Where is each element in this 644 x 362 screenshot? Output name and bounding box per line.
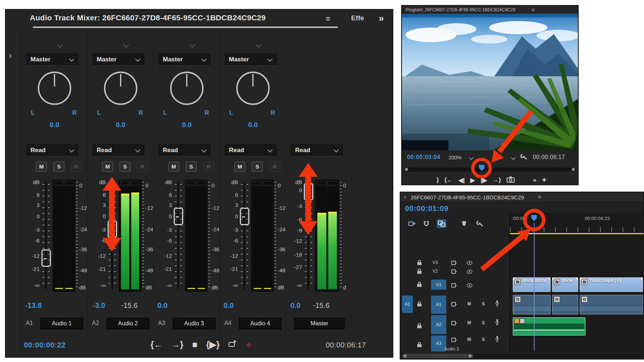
nested-sequence-icon[interactable]	[451, 282, 457, 289]
scrollbar-thumb[interactable]	[402, 354, 473, 358]
resolution-chevron-icon[interactable]	[511, 155, 516, 160]
panel-menu-icon[interactable]: ≡	[538, 194, 541, 200]
automation-mode-dropdown[interactable]: Read	[27, 144, 78, 156]
loop-button[interactable]	[228, 340, 237, 349]
nested-sequence-icon[interactable]	[451, 260, 457, 267]
collapse-pane-chevron-icon[interactable]	[255, 42, 262, 48]
volume-fader-track[interactable]	[109, 182, 116, 289]
record-arm-button[interactable]: R	[137, 162, 148, 172]
clip-video[interactable]: fx Tikal1.mp4 [V]	[580, 277, 643, 292]
nested-sequence-icon[interactable]	[451, 337, 457, 343]
collapse-pane-chevron-icon[interactable]	[123, 42, 129, 48]
timeline-settings-wrench-icon[interactable]	[475, 219, 485, 228]
record-button[interactable]: ●	[246, 339, 252, 350]
mute-button[interactable]: M	[234, 162, 245, 172]
scrollbar-right-handle[interactable]	[468, 354, 472, 358]
goto-out-button[interactable]: →}	[171, 339, 183, 350]
play-button[interactable]: ▶	[470, 176, 475, 184]
play-in-to-out-button[interactable]: {▶}	[206, 339, 220, 350]
mute-button[interactable]: M	[36, 162, 47, 172]
track-v1-select[interactable]: V1	[431, 280, 446, 290]
track-name-box[interactable]: Audio 1	[40, 318, 83, 329]
track-v2-label[interactable]: V2	[432, 269, 438, 274]
track-name-box[interactable]: Master	[294, 318, 345, 329]
nest-sequences-icon[interactable]	[407, 219, 416, 228]
collapse-pane-chevron-icon[interactable]	[189, 42, 196, 48]
mixer-panel-title[interactable]: Audio Track Mixer: 26FC6607-27D8-4F65-95…	[30, 13, 266, 22]
clip-audio[interactable]: fx	[580, 295, 643, 314]
toggle-track-output-eye-icon[interactable]	[467, 269, 472, 275]
collapse-pane-chevron-icon[interactable]	[57, 42, 63, 48]
lock-icon[interactable]	[417, 342, 422, 349]
pan-value[interactable]: 0.0	[88, 121, 154, 129]
volume-value[interactable]: 0.0	[290, 301, 301, 310]
clip-video[interactable]: fx dock	[552, 277, 578, 292]
clip-audio-music[interactable]	[513, 317, 585, 335]
export-frame-button[interactable]	[507, 176, 515, 184]
mute-button[interactable]: M	[102, 162, 113, 172]
scrollbar-left-handle[interactable]	[403, 354, 407, 358]
goto-in-button[interactable]: {←	[444, 176, 453, 184]
nested-sequence-icon[interactable]	[451, 301, 457, 308]
voiceover-mic-icon[interactable]	[495, 335, 499, 343]
solo-button[interactable]: S	[252, 162, 263, 172]
playhead-timecode[interactable]: 00:00:01:09	[405, 204, 448, 213]
output-assignment-dropdown[interactable]: Master	[159, 53, 210, 66]
output-assignment-dropdown[interactable]: Master	[93, 53, 144, 66]
track-a2-select[interactable]: A2	[431, 315, 446, 334]
nested-sequence-icon[interactable]	[451, 320, 457, 327]
step-back-button[interactable]: ◀|	[458, 176, 465, 184]
close-panel-icon[interactable]: ×	[403, 194, 407, 200]
fader-handle[interactable]	[108, 220, 117, 238]
stop-button[interactable]: ■	[192, 339, 198, 350]
toggle-track-output-eye-icon[interactable]	[467, 282, 472, 289]
solo-track-button[interactable]: S	[482, 320, 485, 325]
mute-track-button[interactable]: M	[467, 320, 471, 325]
pan-knob[interactable]	[104, 72, 137, 105]
solo-track-button[interactable]: S	[482, 301, 485, 306]
clip-audio[interactable]: fx	[552, 295, 578, 314]
playhead-timecode[interactable]: 00:00:00:22	[24, 341, 65, 349]
time-ruler[interactable]	[510, 227, 644, 232]
settings-wrench-icon[interactable]	[520, 153, 528, 162]
volume-value[interactable]: 0.0	[157, 301, 168, 310]
clip-audio[interactable]: fx	[513, 295, 551, 314]
pan-knob[interactable]	[236, 72, 270, 105]
program-scrubber[interactable]	[404, 168, 576, 171]
source-patch-a1[interactable]: A1	[402, 296, 413, 313]
solo-button[interactable]: S	[186, 162, 197, 172]
mute-track-button[interactable]: M	[467, 301, 471, 306]
record-arm-button[interactable]: R	[203, 162, 214, 172]
clip-video[interactable]: fx dock atitla	[513, 277, 551, 292]
expand-rail-chevron-icon[interactable]: ›	[9, 50, 12, 61]
lock-icon[interactable]	[417, 301, 422, 308]
track-name-box[interactable]: Audio 3	[173, 318, 216, 329]
voiceover-mic-icon[interactable]	[495, 319, 499, 327]
mute-button[interactable]: M	[168, 162, 179, 172]
lock-icon[interactable]	[417, 260, 422, 267]
solo-button[interactable]: S	[120, 162, 130, 172]
pan-value[interactable]: 0.0	[154, 121, 220, 129]
pan-value[interactable]: 0.0	[21, 121, 88, 129]
button-overflow-chevrons-icon[interactable]: »	[533, 176, 536, 184]
linked-selection-icon[interactable]	[437, 219, 446, 228]
playhead-line[interactable]	[534, 223, 535, 351]
nested-sequence-icon[interactable]	[451, 269, 457, 275]
goto-out-button[interactable]: →}	[492, 176, 501, 184]
lock-icon[interactable]	[417, 323, 422, 330]
automation-mode-dropdown[interactable]: Read	[93, 144, 144, 156]
volume-value[interactable]: -13.8	[25, 301, 42, 310]
track-v3-label[interactable]: V3	[432, 260, 438, 265]
fader-handle[interactable]	[174, 208, 183, 225]
fader-handle[interactable]	[304, 183, 313, 200]
volume-rubber-band[interactable]	[514, 330, 584, 330]
pan-knob[interactable]	[38, 72, 71, 105]
work-area-bar[interactable]	[510, 233, 644, 234]
toggle-track-output-eye-icon[interactable]	[467, 260, 472, 267]
pan-knob[interactable]	[170, 72, 204, 105]
output-assignment-dropdown[interactable]: Master	[225, 53, 277, 66]
solo-track-button[interactable]: S	[482, 337, 485, 342]
lock-icon[interactable]	[417, 269, 422, 275]
record-arm-button[interactable]: R	[269, 162, 280, 172]
add-marker-icon[interactable]	[459, 219, 469, 228]
